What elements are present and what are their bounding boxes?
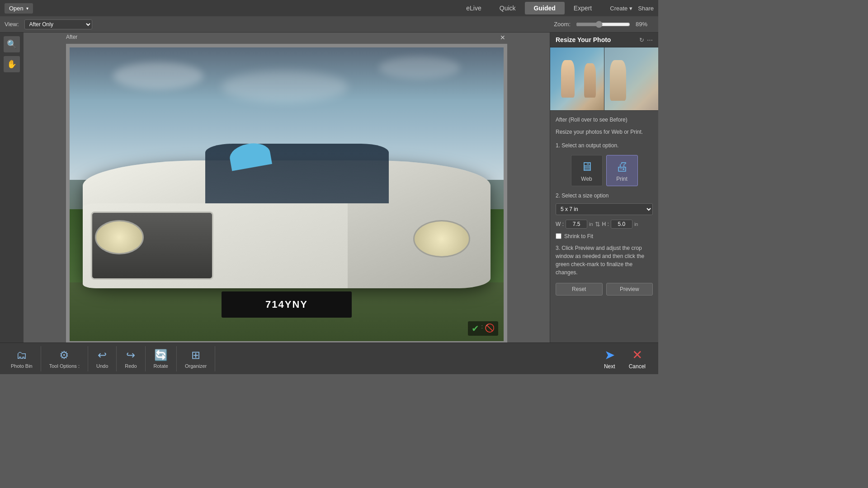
headlight-left <box>95 220 144 254</box>
monitor-icon: 🖥 <box>580 159 593 174</box>
bottom-bar: 🗂 Photo Bin ⚙ Tool Options : ↩ Undo ↪ Re… <box>0 343 658 374</box>
right-panel-icons: ↻ ⋯ <box>639 37 653 43</box>
confirm-separator: : <box>481 323 483 334</box>
right-panel: Resize Your Photo ↻ ⋯ Af <box>550 33 658 343</box>
web-output-button[interactable]: 🖥 Web <box>571 155 603 186</box>
rotate-icon: 🔄 <box>154 349 168 361</box>
cancel-label: Cancel <box>629 363 646 370</box>
canvas-label: After <box>66 34 77 40</box>
main-area: 🔍 ✋ After ✕ <box>0 33 658 343</box>
output-options: 🖥 Web 🖨 Print <box>556 155 653 186</box>
create-button[interactable]: Create ▾ <box>610 5 632 12</box>
print-label: Print <box>616 176 627 182</box>
menu-right: Create ▾ Share <box>610 5 654 12</box>
more-icon[interactable]: ⋯ <box>647 37 653 43</box>
undo-tool[interactable]: ↩ Undo <box>88 346 117 371</box>
after-caption: After (Roll over to see Before) <box>556 116 653 124</box>
redo-label: Redo <box>125 363 137 369</box>
photo-strip <box>550 47 658 111</box>
rotate-tool[interactable]: 🔄 Rotate <box>146 346 177 371</box>
step3-text: 3. Click Preview and adjust the crop win… <box>556 244 653 277</box>
search-tool-button[interactable]: 🔍 <box>4 36 20 52</box>
tab-expert[interactable]: Expert <box>565 2 601 14</box>
toolbar: View: After Only Zoom: 89% <box>0 16 658 33</box>
wh-row: W : in ⇅ H : in <box>556 220 653 229</box>
step2-label: 2. Select a size option <box>556 192 653 199</box>
photo-bin-tool[interactable]: 🗂 Photo Bin <box>7 346 41 371</box>
menu-bar: Open ▾ eLive Quick Guided Expert Create … <box>0 0 658 16</box>
left-sidebar: 🔍 ✋ <box>0 33 24 343</box>
rotate-label: Rotate <box>154 363 168 369</box>
redo-tool[interactable]: ↪ Redo <box>117 346 145 371</box>
canvas-area: After ✕ <box>24 33 550 343</box>
height-input[interactable] <box>611 220 632 229</box>
open-label: Open <box>9 5 24 12</box>
undo-label: Undo <box>96 363 108 369</box>
width-input[interactable] <box>566 220 587 229</box>
preview-button[interactable]: Preview <box>606 283 653 296</box>
next-label: Next <box>604 363 615 370</box>
print-output-button[interactable]: 🖨 Print <box>606 155 638 186</box>
tool-options-icon: ⚙ <box>59 349 69 361</box>
canvas-close-button[interactable]: ✕ <box>498 33 507 42</box>
undo-icon: ↩ <box>98 349 107 361</box>
w-unit: in <box>589 221 593 227</box>
cloud1 <box>113 62 203 89</box>
next-arrow-icon: ➤ <box>604 347 615 362</box>
w-label: W : <box>556 221 564 227</box>
thumb-before[interactable] <box>550 47 604 110</box>
web-label: Web <box>581 176 592 182</box>
canvas-wrapper: 714YNY ✔ : 🚫 <box>66 44 507 343</box>
photo-bin-label: Photo Bin <box>11 363 33 369</box>
tab-quick[interactable]: Quick <box>491 2 525 14</box>
zoom-value: 89% <box>636 21 654 28</box>
h-label: H : <box>602 221 609 227</box>
h-unit: in <box>634 221 638 227</box>
redo-icon: ↪ <box>126 349 135 361</box>
mode-tabs: eLive Quick Guided Expert <box>457 2 601 14</box>
confirm-overlay: ✔ : 🚫 <box>468 321 498 336</box>
open-chevron-icon: ▾ <box>26 6 28 11</box>
tab-elive[interactable]: eLive <box>457 2 490 14</box>
license-plate: 714YNY <box>222 291 352 318</box>
size-select[interactable]: 5 x 7 in 4 x 6 in 8 x 10 in Custom <box>556 203 653 215</box>
print-icon: 🖨 <box>616 159 628 174</box>
shrink-label: Shrink to Fit <box>564 233 593 239</box>
confirm-check-button[interactable]: ✔ <box>472 323 479 334</box>
view-select[interactable]: After Only <box>24 19 92 29</box>
right-panel-header: Resize Your Photo ↻ ⋯ <box>550 33 658 47</box>
share-button[interactable]: Share <box>638 5 654 12</box>
tool-options-tool[interactable]: ⚙ Tool Options : <box>41 346 88 371</box>
cloud2 <box>222 71 348 103</box>
view-label: View: <box>5 21 19 28</box>
organizer-icon: ⊞ <box>191 349 200 361</box>
confirm-cancel-button[interactable]: 🚫 <box>485 323 495 334</box>
refresh-icon[interactable]: ↻ <box>639 37 644 43</box>
next-button[interactable]: ➤ Next <box>596 345 623 372</box>
organizer-tool[interactable]: ⊞ Organizer <box>177 346 215 371</box>
link-icon[interactable]: ⇅ <box>595 221 600 228</box>
headlight-right <box>413 220 470 258</box>
right-panel-title: Resize Your Photo <box>556 36 611 43</box>
thumb-after[interactable] <box>604 47 658 110</box>
cancel-button[interactable]: ✕ Cancel <box>623 345 651 372</box>
cancel-x-icon: ✕ <box>632 347 642 362</box>
panel-description: Resize your photos for Web or Print. <box>556 128 653 136</box>
photo-canvas[interactable]: 714YNY ✔ : 🚫 <box>70 47 504 341</box>
shrink-checkbox[interactable] <box>556 233 561 239</box>
zoom-label: Zoom: <box>554 21 571 28</box>
hand-tool-button[interactable]: ✋ <box>4 56 20 72</box>
cloud3 <box>379 56 460 79</box>
photo-bin-icon: 🗂 <box>16 349 27 361</box>
organizer-label: Organizer <box>185 363 207 369</box>
step1-label: 1. Select an output option. <box>556 142 653 149</box>
action-row: Reset Preview <box>556 283 653 296</box>
car-body <box>83 118 491 288</box>
reset-button[interactable]: Reset <box>556 283 603 296</box>
tab-guided[interactable]: Guided <box>525 2 565 14</box>
tool-options-label: Tool Options : <box>49 363 80 369</box>
panel-content: After (Roll over to see Before) Resize y… <box>550 111 658 343</box>
open-menu[interactable]: Open ▾ <box>5 3 33 14</box>
create-chevron-icon: ▾ <box>629 5 632 12</box>
zoom-slider[interactable] <box>576 21 630 28</box>
